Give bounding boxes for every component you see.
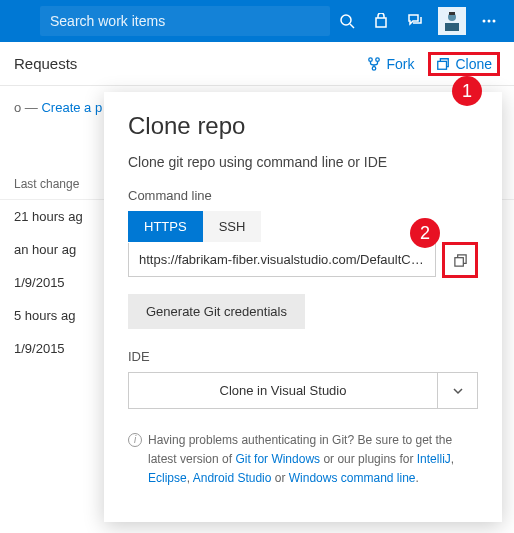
svg-point-9 [369,57,373,61]
callout-badge-1: 1 [452,76,482,106]
clone-flyout: Clone repo Clone git repo using command … [104,92,502,522]
clone-url-input[interactable]: https://fabrikam-fiber.visualstudio.com/… [128,243,436,277]
ide-dropdown-button[interactable] [437,373,477,408]
ide-label: IDE [128,349,478,364]
shop-icon[interactable] [364,0,398,42]
info-icon: i [128,433,142,447]
clone-ide-button[interactable]: Clone in Visual Studio [129,373,437,408]
flyout-title: Clone repo [128,112,478,140]
svg-point-0 [341,15,351,25]
svg-point-7 [488,20,491,23]
copy-button[interactable] [442,242,478,278]
link-intellij[interactable]: IntelliJ [417,452,451,466]
svg-rect-13 [454,257,462,265]
svg-line-1 [350,24,354,28]
help-text: i Having problems authenticating in Git?… [128,431,478,489]
fork-label: Fork [386,56,414,72]
flyout-desc: Clone git repo using command line or IDE [128,154,478,170]
svg-rect-4 [445,23,459,31]
fork-button[interactable]: Fork [367,56,414,72]
svg-rect-12 [438,61,447,69]
svg-point-11 [373,66,377,70]
svg-rect-5 [449,12,455,15]
top-bar [0,0,514,42]
sub-bar: Requests Fork Clone [0,42,514,86]
search-wrap[interactable] [40,6,330,36]
generate-credentials-button[interactable]: Generate Git credentials [128,294,305,329]
breadcrumb-link[interactable]: Create a p [41,100,102,115]
page-tab-requests[interactable]: Requests [14,55,77,72]
clone-label: Clone [455,56,492,72]
link-eclipse[interactable]: Eclipse [148,471,187,485]
callout-badge-2: 2 [410,218,440,248]
command-line-label: Command line [128,188,478,203]
search-icon[interactable] [330,0,364,42]
tab-ssh[interactable]: SSH [203,211,262,242]
more-icon[interactable] [472,0,506,42]
svg-point-6 [483,20,486,23]
svg-point-8 [493,20,496,23]
avatar[interactable] [438,7,466,35]
link-git-windows[interactable]: Git for Windows [235,452,320,466]
svg-point-10 [376,57,380,61]
link-android-studio[interactable]: Android Studio [193,471,272,485]
feedback-icon[interactable] [398,0,432,42]
tab-https[interactable]: HTTPS [128,211,203,242]
link-win-cmd[interactable]: Windows command line [289,471,416,485]
svg-rect-2 [376,18,386,27]
clone-button[interactable]: Clone [428,52,500,76]
search-input[interactable] [50,13,320,29]
